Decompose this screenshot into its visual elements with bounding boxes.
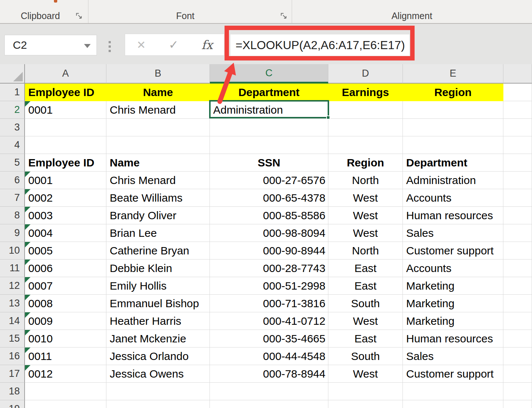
cell-B13[interactable]: Emmanuel Bishop	[106, 295, 210, 312]
row-header-16[interactable]: 16	[0, 348, 25, 365]
row-header-5[interactable]: 5	[0, 154, 25, 172]
cell-E15[interactable]: Human resources	[403, 330, 503, 348]
row-header-9[interactable]: 9	[0, 224, 25, 242]
cell-D8[interactable]: West	[328, 207, 403, 224]
cell-B19[interactable]	[106, 400, 210, 408]
cell-A12[interactable]: 0007	[25, 277, 106, 295]
cell-D12[interactable]: East	[328, 277, 403, 295]
cell-A17[interactable]: 0012	[25, 365, 106, 383]
row-header-10[interactable]: 10	[0, 242, 25, 260]
cell-F16[interactable]	[503, 348, 532, 365]
cell-E17[interactable]: Customer support	[403, 365, 503, 383]
row-header-18[interactable]: 18	[0, 383, 25, 400]
cell-C17[interactable]: 000-78-8944	[210, 365, 328, 383]
cell-B1[interactable]: Name	[106, 84, 210, 101]
cell-F19[interactable]	[503, 400, 532, 408]
cell-F8[interactable]	[503, 207, 532, 224]
cell-F15[interactable]	[503, 330, 532, 348]
cell-C16[interactable]: 000-44-4548	[210, 348, 328, 365]
row-header-14[interactable]: 14	[0, 312, 25, 330]
row-header-19[interactable]: 19	[0, 400, 25, 408]
cell-D18[interactable]	[328, 383, 403, 400]
clipboard-dialog-launcher-icon[interactable]	[76, 12, 83, 20]
cell-E6[interactable]: Administration	[403, 172, 503, 189]
cell-F1[interactable]	[503, 84, 532, 101]
cell-C5[interactable]: SSN	[210, 154, 328, 172]
cell-D5[interactable]: Region	[328, 154, 403, 172]
cell-D10[interactable]: North	[328, 242, 403, 260]
cell-C2[interactable]: Administration	[210, 101, 328, 119]
row-header-1[interactable]: 1	[0, 84, 25, 101]
cell-F7[interactable]	[503, 189, 532, 207]
cell-D3[interactable]	[328, 119, 403, 136]
cell-A19[interactable]	[25, 400, 106, 408]
cell-F9[interactable]	[503, 224, 532, 242]
row-header-11[interactable]: 11	[0, 260, 25, 277]
cell-C18[interactable]	[210, 383, 328, 400]
cell-F13[interactable]	[503, 295, 532, 312]
cell-F11[interactable]	[503, 260, 532, 277]
cell-C4[interactable]	[210, 136, 328, 154]
cell-E7[interactable]: Accounts	[403, 189, 503, 207]
cell-E1[interactable]: Region	[403, 84, 503, 101]
name-box[interactable]: C2	[4, 35, 97, 55]
cell-A1[interactable]: Employee ID	[25, 84, 106, 101]
cell-D19[interactable]	[328, 400, 403, 408]
cell-E8[interactable]: Human resources	[403, 207, 503, 224]
row-header-6[interactable]: 6	[0, 172, 25, 189]
cell-B18[interactable]	[106, 383, 210, 400]
cell-F14[interactable]	[503, 312, 532, 330]
cell-A11[interactable]: 0006	[25, 260, 106, 277]
cell-C13[interactable]: 000-71-3816	[210, 295, 328, 312]
row-header-7[interactable]: 7	[0, 189, 25, 207]
cell-C9[interactable]: 000-98-8094	[210, 224, 328, 242]
col-header-E[interactable]: E	[403, 64, 503, 84]
cell-E12[interactable]: Marketing	[403, 277, 503, 295]
cell-B5[interactable]: Name	[106, 154, 210, 172]
cell-C11[interactable]: 000-28-7743	[210, 260, 328, 277]
cell-F17[interactable]	[503, 365, 532, 383]
cell-B16[interactable]: Jessica Orlando	[106, 348, 210, 365]
cell-D2[interactable]	[328, 101, 403, 119]
cell-B12[interactable]: Emily Hollis	[106, 277, 210, 295]
cell-E14[interactable]: Marketing	[403, 312, 503, 330]
cell-C12[interactable]: 000-51-2998	[210, 277, 328, 295]
cell-F3[interactable]	[503, 119, 532, 136]
cell-E9[interactable]: Sales	[403, 224, 503, 242]
fill-handle[interactable]	[326, 115, 330, 120]
col-header-C[interactable]: C	[210, 64, 328, 84]
cell-A8[interactable]: 0003	[25, 207, 106, 224]
cell-A4[interactable]	[25, 136, 106, 154]
cell-B14[interactable]: Heather Harris	[106, 312, 210, 330]
cell-A15[interactable]: 0010	[25, 330, 106, 348]
cell-A6[interactable]: 0001	[25, 172, 106, 189]
cell-D15[interactable]: East	[328, 330, 403, 348]
cell-F12[interactable]	[503, 277, 532, 295]
cell-B4[interactable]	[106, 136, 210, 154]
row-header-17[interactable]: 17	[0, 365, 25, 383]
insert-function-icon[interactable]: fx	[201, 38, 213, 52]
cell-A3[interactable]	[25, 119, 106, 136]
formula-input[interactable]: =XLOOKUP(A2,A6:A17,E6:E17)	[230, 34, 409, 56]
col-header-D[interactable]: D	[328, 64, 403, 84]
row-header-2[interactable]: 2	[0, 101, 25, 119]
cell-C7[interactable]: 000-65-4378	[210, 189, 328, 207]
cell-A18[interactable]	[25, 383, 106, 400]
cell-A16[interactable]: 0011	[25, 348, 106, 365]
cell-F10[interactable]	[503, 242, 532, 260]
cell-D9[interactable]: West	[328, 224, 403, 242]
row-header-13[interactable]: 13	[0, 295, 25, 312]
cancel-icon[interactable]: ✕	[136, 38, 146, 51]
cell-B6[interactable]: Chris Menard	[106, 172, 210, 189]
cell-E11[interactable]: Accounts	[403, 260, 503, 277]
cell-D17[interactable]: West	[328, 365, 403, 383]
cell-B11[interactable]: Debbie Klein	[106, 260, 210, 277]
cell-B15[interactable]: Janet Mckenzie	[106, 330, 210, 348]
row-header-3[interactable]: 3	[0, 119, 25, 136]
cell-F18[interactable]	[503, 383, 532, 400]
cell-D11[interactable]: East	[328, 260, 403, 277]
cell-E19[interactable]	[403, 400, 503, 408]
col-header-A[interactable]: A	[25, 64, 106, 84]
cell-E5[interactable]: Department	[403, 154, 503, 172]
cell-D16[interactable]: South	[328, 348, 403, 365]
